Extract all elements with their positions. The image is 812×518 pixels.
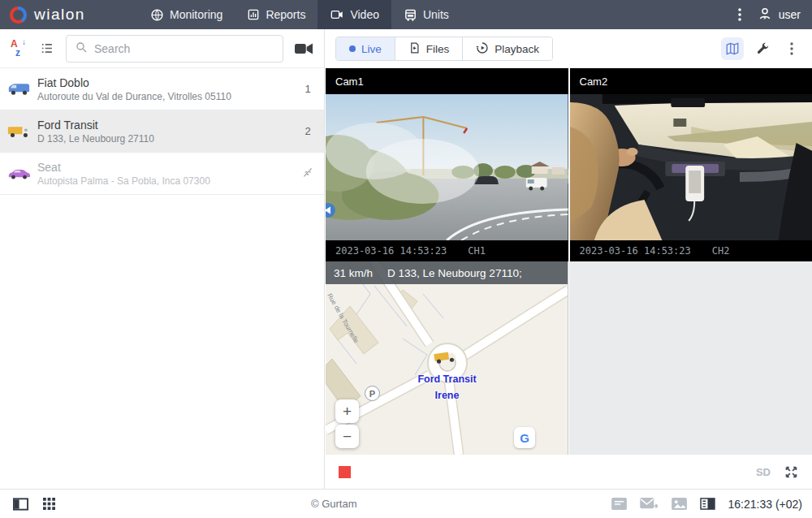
unit-address: Autoroute du Val de Durance, Vitrolles 0… bbox=[37, 90, 292, 103]
toggle-sidebar-icon[interactable] bbox=[13, 498, 28, 511]
reports-icon bbox=[247, 8, 260, 21]
video-camera-icon bbox=[330, 8, 344, 21]
quality-selector[interactable]: SD bbox=[756, 466, 771, 478]
unit-address: Autopista Palma - Sa Pobla, Inca 07300 bbox=[37, 175, 292, 188]
nav-tab-reports[interactable]: Reports bbox=[235, 0, 317, 29]
statusbar-left bbox=[0, 498, 55, 511]
stop-button[interactable] bbox=[339, 466, 351, 478]
sidebar-toolbar: A↓z bbox=[0, 29, 324, 68]
map-toggle-button[interactable] bbox=[721, 37, 744, 60]
camera-channel: CH1 bbox=[468, 245, 486, 257]
camera-osd: 2023-03-16 14:53:23 CH1 bbox=[326, 240, 568, 261]
vehicle-icon-purple-car bbox=[0, 166, 37, 181]
wialon-logo[interactable]: wialon bbox=[0, 6, 138, 24]
unit-map-marker[interactable] bbox=[433, 349, 457, 368]
vehicle-icon-blue-van bbox=[0, 81, 37, 97]
camera-panel-1[interactable]: Cam1 bbox=[326, 68, 568, 261]
unit-info: Fiat Doblo Autoroute du Val de Durance, … bbox=[37, 76, 292, 103]
camera-osd: 2023-03-16 14:53:23 CH2 bbox=[570, 240, 812, 261]
camera-panel-2[interactable]: Cam2 bbox=[570, 68, 812, 261]
car-interior-image bbox=[570, 94, 812, 240]
marker-driver-name: Irene bbox=[326, 390, 568, 401]
statusbar-right: 16:21:33 (+02) bbox=[611, 498, 812, 511]
tab-playback[interactable]: Playback bbox=[463, 37, 552, 60]
unit-address: D 133, Le Neubourg 27110 bbox=[37, 132, 292, 145]
user-name: user bbox=[779, 8, 801, 21]
map-zoom-out-button[interactable]: − bbox=[335, 425, 359, 448]
file-icon bbox=[408, 41, 421, 57]
unit-name: Fiat Doblo bbox=[37, 76, 292, 90]
unit-row-fiat-doblo[interactable]: Fiat Doblo Autoroute du Val de Durance, … bbox=[0, 68, 324, 110]
bus-icon bbox=[404, 8, 417, 22]
nav-tab-units[interactable]: Units bbox=[391, 0, 461, 29]
more-menu-icon[interactable] bbox=[730, 5, 749, 24]
unit-info: Seat Autopista Palma - Sa Pobla, Inca 07… bbox=[37, 160, 292, 188]
apps-grid-icon[interactable] bbox=[43, 498, 55, 510]
vehicle-icon-yellow-truck bbox=[0, 123, 37, 139]
camera-count-badge: 2 bbox=[292, 125, 324, 137]
unit-row-seat[interactable]: Seat Autopista Palma - Sa Pobla, Inca 07… bbox=[0, 153, 324, 195]
unit-speed: 31 km/h bbox=[334, 267, 373, 279]
live-dot-icon bbox=[349, 45, 356, 52]
camera-1-video-feed[interactable] bbox=[326, 94, 568, 240]
more-options-icon[interactable] bbox=[781, 38, 802, 59]
clock-label: 16:21:33 (+02) bbox=[728, 498, 802, 511]
settings-wrench-icon[interactable] bbox=[752, 38, 773, 59]
camera-title: Cam2 bbox=[570, 68, 812, 94]
bottom-status-bar: © Gurtam 16:21:33 (+02) bbox=[0, 489, 812, 518]
wialon-app: wialon Monitoring Reports Video Units us… bbox=[0, 0, 812, 518]
nav-tab-monitoring[interactable]: Monitoring bbox=[138, 0, 235, 29]
camera-filter-icon[interactable] bbox=[295, 42, 313, 55]
log-panel-icon[interactable] bbox=[700, 498, 715, 510]
google-logo[interactable]: G bbox=[514, 427, 535, 448]
messages-icon[interactable] bbox=[640, 498, 659, 510]
playback-icon bbox=[476, 41, 489, 57]
empty-panel bbox=[569, 261, 812, 455]
globe-icon bbox=[150, 8, 164, 22]
user-menu[interactable]: user bbox=[758, 6, 801, 24]
fullscreen-icon[interactable] bbox=[784, 464, 799, 480]
map-zoom-in-button[interactable]: + bbox=[335, 399, 359, 423]
brand-name: wialon bbox=[34, 6, 85, 24]
nav-tab-video[interactable]: Video bbox=[317, 0, 391, 29]
camera-timestamp: 2023-03-16 14:53:23 bbox=[335, 245, 447, 257]
camera-grid: Cam1 bbox=[326, 68, 812, 261]
unit-name: Seat bbox=[37, 160, 292, 175]
list-view-icon[interactable] bbox=[39, 41, 54, 55]
camera-2-video-feed[interactable] bbox=[570, 94, 812, 240]
unit-location: D 133, Le Neubourg 27110; bbox=[387, 267, 522, 279]
parking-icon: P bbox=[365, 386, 380, 401]
search-icon bbox=[75, 41, 88, 57]
search-input[interactable] bbox=[94, 42, 274, 55]
nav-label: Units bbox=[423, 8, 449, 21]
video-workspace: Live Files Playback Cam1 bbox=[326, 29, 812, 489]
tab-label: Live bbox=[361, 43, 382, 55]
tab-label: Files bbox=[426, 43, 450, 55]
no-signal-icon bbox=[292, 166, 324, 181]
toolbar-right-icons bbox=[721, 37, 802, 60]
video-toolbar: Live Files Playback bbox=[326, 29, 812, 68]
control-bar-right: SD bbox=[756, 464, 799, 480]
nav-label: Video bbox=[350, 8, 379, 21]
mini-map[interactable]: 31 km/h D 133, Le Neubourg 27110; Rue de… bbox=[326, 261, 568, 455]
tab-files[interactable]: Files bbox=[395, 37, 464, 60]
unit-row-ford-transit[interactable]: Ford Transit D 133, Le Neubourg 27110 2 bbox=[0, 110, 324, 153]
camera-timestamp: 2023-03-16 14:53:23 bbox=[580, 245, 691, 257]
camera-count-badge: 1 bbox=[292, 83, 324, 95]
video-control-bar: SD bbox=[326, 455, 812, 489]
navbar-right: user bbox=[730, 5, 812, 24]
tab-label: Playback bbox=[495, 43, 539, 55]
sort-az-icon[interactable]: A↓z bbox=[10, 40, 28, 58]
user-icon bbox=[758, 6, 772, 24]
media-gallery-icon[interactable] bbox=[672, 498, 687, 510]
notifications-icon[interactable] bbox=[611, 498, 627, 510]
unit-name: Ford Transit bbox=[37, 118, 292, 132]
tab-live[interactable]: Live bbox=[336, 37, 395, 60]
wialon-logo-icon bbox=[10, 6, 27, 24]
nav-label: Reports bbox=[266, 8, 305, 21]
street-scene-image bbox=[326, 94, 568, 240]
camera-channel: CH2 bbox=[712, 245, 730, 257]
unit-status-overlay: 31 km/h D 133, Le Neubourg 27110; bbox=[326, 261, 568, 284]
camera-title: Cam1 bbox=[326, 68, 568, 94]
top-navbar: wialon Monitoring Reports Video Units us… bbox=[0, 0, 812, 29]
